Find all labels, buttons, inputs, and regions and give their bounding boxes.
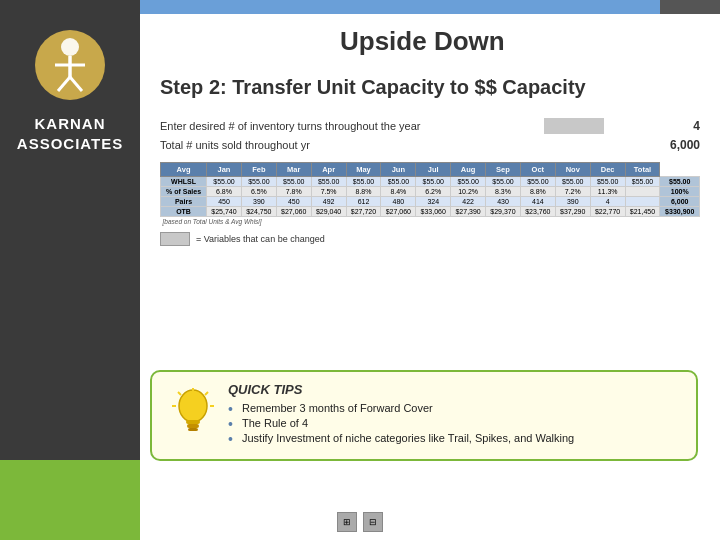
logo <box>35 30 105 100</box>
svg-line-11 <box>205 392 208 395</box>
table-row: Pairs45039045049261248032442243041439046… <box>161 197 700 207</box>
tips-title: QUICK TIPS <box>228 382 680 397</box>
tips-list: Remember 3 months of Forward CoverThe Ru… <box>228 402 680 444</box>
svg-line-3 <box>58 77 70 91</box>
company-name: KARNAN ASSOCIATES <box>17 114 123 153</box>
instruction-value-1: 4 <box>610 119 700 133</box>
instruction-value-2: 6,000 <box>610 138 700 152</box>
top-accent <box>660 0 720 14</box>
svg-line-10 <box>178 392 181 395</box>
main-content: Enter desired # of inventory turns throu… <box>140 110 720 254</box>
logo-figure <box>45 35 95 95</box>
legend-box <box>160 232 190 246</box>
bulb-area <box>168 382 218 447</box>
top-bar <box>140 0 720 14</box>
input-box-1 <box>544 118 604 134</box>
bulb-icon <box>170 386 216 444</box>
bottom-icon-1[interactable]: ⊞ <box>337 512 357 532</box>
instruction-row-1: Enter desired # of inventory turns throu… <box>160 118 700 134</box>
svg-rect-6 <box>186 420 200 424</box>
title-area: Upside Down <box>140 14 720 68</box>
tips-list-item: The Rule of 4 <box>228 417 680 429</box>
bottom-icons: ⊞ ⊟ <box>337 512 383 532</box>
table-row: % of Sales6.8%6.5%7.8%7.5%8.8%8.4%6.2%10… <box>161 187 700 197</box>
table-header-row: AvgJanFebMarAprMayJunJulAugSepOctNovDecT… <box>161 163 700 177</box>
bottom-icon-2[interactable]: ⊟ <box>363 512 383 532</box>
tips-content: QUICK TIPS Remember 3 months of Forward … <box>228 382 680 447</box>
svg-line-4 <box>70 77 82 91</box>
page-title: Upside Down <box>340 26 505 57</box>
instruction-label-1: Enter desired # of inventory turns throu… <box>160 120 544 132</box>
table-row: [based on Total Units & Avg Whlsl] <box>161 217 700 227</box>
tips-box: QUICK TIPS Remember 3 months of Forward … <box>150 370 698 461</box>
legend-text: = Variables that can be changed <box>196 234 325 244</box>
sidebar: KARNAN ASSOCIATES <box>0 0 140 540</box>
legend-area: = Variables that can be changed <box>160 232 700 246</box>
data-table: AvgJanFebMarAprMayJunJulAugSepOctNovDecT… <box>160 162 700 226</box>
table-row: OTB$25,740$24,750$27,060$29,040$27,720$2… <box>161 207 700 217</box>
table-row: WHLSL$55.00$55.00$55.00$55.00$55.00$55.0… <box>161 177 700 187</box>
svg-point-0 <box>61 38 79 56</box>
tips-list-item: Remember 3 months of Forward Cover <box>228 402 680 414</box>
subtitle: Step 2: Transfer Unit Capacity to $$ Cap… <box>160 76 700 99</box>
green-bar <box>0 460 140 540</box>
svg-rect-8 <box>188 428 198 431</box>
tips-list-item: Justify Investment of niche categories l… <box>228 432 680 444</box>
instruction-row-2: Total # units sold throughout yr 6,000 <box>160 138 700 152</box>
svg-point-5 <box>179 390 207 422</box>
instruction-label-2: Total # units sold throughout yr <box>160 139 610 151</box>
svg-rect-7 <box>187 424 199 428</box>
subtitle-area: Step 2: Transfer Unit Capacity to $$ Cap… <box>140 68 720 107</box>
